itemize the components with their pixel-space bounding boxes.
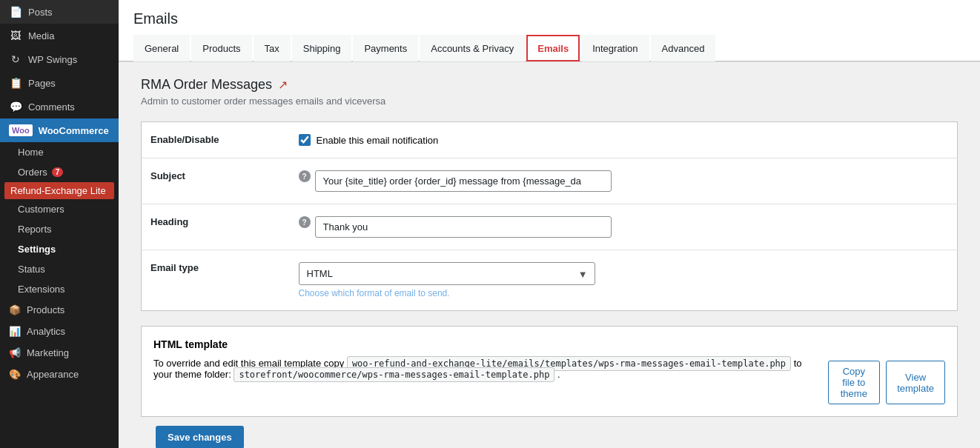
subject-input[interactable] <box>315 170 612 192</box>
analytics-label: Analytics <box>27 326 65 337</box>
sidebar-sub-customers[interactable]: Customers <box>0 199 119 219</box>
section-title: RMA Order Messages ↗ <box>141 77 958 93</box>
sidebar-sub-extensions[interactable]: Extensions <box>0 279 119 299</box>
tab-advanced[interactable]: Advanced <box>651 35 716 61</box>
content-area: RMA Order Messages ↗ Admin to customer o… <box>119 62 980 448</box>
sidebar-item-marketing[interactable]: 📢 Marketing <box>0 342 119 364</box>
marketing-icon: 📢 <box>9 347 21 358</box>
extensions-label: Extensions <box>18 284 65 295</box>
heading-input[interactable] <box>315 216 612 238</box>
sidebar-sub-status[interactable]: Status <box>0 259 119 279</box>
tab-integration[interactable]: Integration <box>581 35 649 61</box>
template-desc-period: . <box>557 369 560 380</box>
heading-row: Heading ? <box>142 204 958 250</box>
sidebar-sub-refund[interactable]: Refund-Exchange Lite <box>4 182 114 199</box>
email-type-select[interactable]: HTML Plain text Multipart <box>299 262 595 285</box>
woocommerce-menu-item[interactable]: Woo WooCommerce <box>0 118 119 142</box>
tab-shipping[interactable]: Shipping <box>292 35 352 61</box>
analytics-icon: 📊 <box>9 326 21 337</box>
template-desc-row: To override and edit this email template… <box>153 358 945 404</box>
tab-products[interactable]: Products <box>191 35 251 61</box>
settings-table: Enable/Disable Enable this email notific… <box>141 121 958 311</box>
external-link-icon[interactable]: ↗ <box>278 78 288 92</box>
heading-field-wrap: ? <box>299 216 949 238</box>
html-template-title: HTML template <box>153 338 945 350</box>
tab-general[interactable]: General <box>133 35 190 61</box>
section-description: Admin to customer order messages emails … <box>141 96 958 107</box>
refund-label: Refund-Exchange Lite <box>10 185 106 196</box>
appearance-icon: 🎨 <box>9 369 21 380</box>
heading-label: Heading <box>150 216 188 227</box>
media-icon: 🖼 <box>9 30 22 41</box>
template-buttons: Copy file to theme View template <box>828 361 945 404</box>
wp-swings-icon: ↻ <box>9 53 22 65</box>
status-label: Status <box>18 264 45 275</box>
sidebar-item-posts[interactable]: 📄 Posts <box>0 0 119 24</box>
sidebar-item-media[interactable]: 🖼 Media <box>0 24 119 47</box>
customers-label: Customers <box>18 204 64 215</box>
sidebar-sub-orders[interactable]: Orders 7 <box>0 162 119 182</box>
orders-label: Orders <box>18 167 47 178</box>
sidebar-item-media-label: Media <box>28 30 54 41</box>
view-template-button[interactable]: View template <box>886 361 945 404</box>
reports-label: Reports <box>18 224 52 235</box>
page-header: Emails General Products Tax Shipping Pay… <box>119 0 980 62</box>
subject-row: Subject ? <box>142 158 958 204</box>
sidebar-item-wp-swings[interactable]: ↻ WP Swings <box>0 47 119 71</box>
enable-checkbox-label: Enable this email notification <box>317 135 439 146</box>
sidebar-sub-settings[interactable]: Settings <box>0 239 119 259</box>
email-type-select-wrap: HTML Plain text Multipart ▼ <box>299 262 595 285</box>
heading-help-icon[interactable]: ? <box>299 216 311 228</box>
sidebar-sub-reports[interactable]: Reports <box>0 219 119 239</box>
page-title: Emails <box>133 10 965 27</box>
subject-field-wrap: ? <box>299 170 949 192</box>
home-label: Home <box>18 147 44 158</box>
page-title-bar: Emails <box>119 0 980 27</box>
sidebar-item-products[interactable]: 📦 Products <box>0 299 119 321</box>
sidebar-item-comments-label: Comments <box>28 101 75 113</box>
save-changes-button[interactable]: Save changes <box>156 426 244 448</box>
tab-accounts-privacy[interactable]: Accounts & Privacy <box>420 35 525 61</box>
sidebar-item-analytics[interactable]: 📊 Analytics <box>0 321 119 342</box>
section-title-text: RMA Order Messages <box>141 77 272 93</box>
enable-row: Enable/Disable Enable this email notific… <box>142 122 958 158</box>
sidebar-item-pages[interactable]: 📋 Pages <box>0 71 119 95</box>
sidebar-item-comments[interactable]: 💬 Comments <box>0 95 119 118</box>
tab-tax[interactable]: Tax <box>254 35 291 61</box>
subject-help-icon[interactable]: ? <box>299 170 311 182</box>
subject-label: Subject <box>150 170 185 181</box>
orders-badge: 7 <box>52 167 64 177</box>
marketing-label: Marketing <box>27 347 69 358</box>
sidebar-sub-home[interactable]: Home <box>0 142 119 162</box>
sidebar-item-posts-label: Posts <box>28 7 53 18</box>
tab-payments[interactable]: Payments <box>353 35 418 61</box>
sidebar-item-wp-swings-label: WP Swings <box>28 54 77 65</box>
posts-icon: 📄 <box>9 6 22 18</box>
html-template-section: HTML template To override and edit this … <box>141 326 958 417</box>
theme-path-code: storefront/woocommerce/wps-rma-messages-… <box>234 367 554 382</box>
woo-brand-icon: Woo <box>9 124 33 136</box>
email-type-row: Email type HTML Plain text Multipart ▼ C… <box>142 250 958 311</box>
email-type-label: Email type <box>150 262 199 273</box>
sidebar: 📄 Posts 🖼 Media ↻ WP Swings 📋 Pages 💬 Co… <box>0 0 119 448</box>
enable-label: Enable/Disable <box>150 134 219 145</box>
main-content: Emails General Products Tax Shipping Pay… <box>119 0 980 448</box>
pages-icon: 📋 <box>9 77 22 89</box>
tab-emails[interactable]: Emails <box>526 35 580 61</box>
products-icon: 📦 <box>9 304 21 315</box>
comments-icon: 💬 <box>9 101 22 113</box>
products-label: Products <box>27 304 64 315</box>
appearance-label: Appearance <box>27 369 79 380</box>
email-type-description: Choose which format of email to send. <box>299 288 949 298</box>
copy-file-to-theme-button[interactable]: Copy file to theme <box>828 361 881 404</box>
template-description: To override and edit this email template… <box>153 358 813 380</box>
sidebar-item-pages-label: Pages <box>28 78 56 89</box>
save-bar: Save changes <box>141 417 958 448</box>
sidebar-item-appearance[interactable]: 🎨 Appearance <box>0 364 119 385</box>
woocommerce-label: WooCommerce <box>39 125 109 136</box>
tabs-bar: General Products Tax Shipping Payments A… <box>119 35 980 61</box>
enable-checkbox-row: Enable this email notification <box>299 134 949 146</box>
enable-checkbox[interactable] <box>299 134 311 146</box>
settings-label: Settings <box>18 244 56 255</box>
